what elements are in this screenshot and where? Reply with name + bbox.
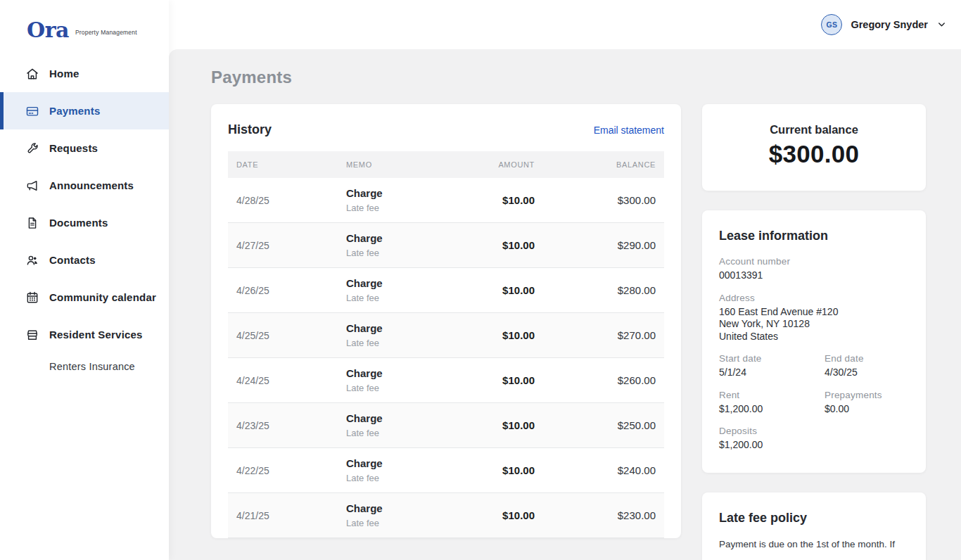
address-label: Address (719, 293, 909, 303)
row-amount: $10.00 (452, 194, 543, 206)
deposits-label: Deposits (719, 426, 909, 436)
row-balance: $290.00 (543, 239, 664, 251)
start-date-field: Start date 5/1/24 (719, 353, 825, 379)
column-header-date: DATE (228, 160, 338, 169)
row-memo: ChargeLate fee (338, 322, 452, 348)
row-amount: $10.00 (452, 509, 543, 521)
row-memo-type: Charge (346, 322, 443, 334)
row-memo-detail: Late fee (346, 473, 443, 483)
row-date: 4/26/25 (228, 285, 338, 296)
address-line-3: United States (719, 331, 909, 343)
sidebar-item-label: Community calendar (49, 291, 156, 303)
prepayments-label: Prepayments (825, 390, 909, 400)
address-line-1: 160 East End Avenue #120 (719, 306, 909, 319)
row-amount: $10.00 (452, 239, 543, 251)
row-memo-detail: Late fee (346, 203, 443, 213)
prepayments-value: $0.00 (825, 403, 909, 416)
row-date: 4/27/25 (228, 240, 338, 251)
row-memo-detail: Late fee (346, 383, 443, 393)
sidebar-item-payments[interactable]: Payments (0, 92, 169, 129)
sidebar-item-label: Contacts (49, 254, 96, 266)
row-memo-type: Charge (346, 367, 443, 379)
sidebar-item-label: Home (49, 68, 79, 79)
row-date: 4/21/25 (228, 510, 338, 521)
sidebar-item-requests[interactable]: Requests (0, 129, 169, 167)
deposits-field: Deposits $1,200.00 (719, 426, 909, 452)
end-date-label: End date (825, 353, 909, 364)
current-balance-card: Current balance $300.00 (702, 104, 926, 191)
row-amount: $10.00 (452, 329, 543, 341)
row-date: 4/28/25 (228, 195, 338, 206)
storefront-icon (25, 328, 39, 342)
logo-tagline: Property Management (75, 25, 137, 36)
late-fee-policy-card: Late fee policy Payment is due on the 1s… (702, 492, 926, 560)
user-menu[interactable]: GS Gregory Snyder (821, 14, 947, 35)
email-statement-link[interactable]: Email statement (594, 125, 664, 136)
avatar: GS (821, 14, 842, 35)
account-number-label: Account number (719, 256, 909, 267)
user-name: Gregory Snyder (851, 19, 928, 30)
late-fee-policy-title: Late fee policy (719, 511, 909, 526)
logo-wordmark: Ora (27, 20, 69, 41)
row-memo: ChargeLate fee (338, 367, 452, 393)
table-row: 4/27/25ChargeLate fee$10.00$290.00 (228, 223, 664, 268)
table-body: 4/28/25ChargeLate fee$10.00$300.004/27/2… (228, 178, 664, 538)
chevron-down-icon (936, 17, 947, 32)
page-title: Payments (211, 68, 926, 87)
lease-information-card: Lease information Account number 0001339… (702, 210, 926, 473)
sidebar-item-label: Announcements (49, 179, 134, 191)
late-fee-policy-body: Payment is due on the 1st of the month. … (719, 537, 909, 552)
sidebar-item-label: Resident Services (49, 329, 143, 341)
sidebar-item-label: Payments (49, 105, 100, 117)
row-date: 4/24/25 (228, 375, 338, 386)
row-memo-detail: Late fee (346, 518, 443, 528)
sidebar-item-resident-services[interactable]: Resident Services (0, 316, 169, 353)
sidebar-item-contacts[interactable]: Contacts (0, 241, 169, 279)
topbar: GS Gregory Snyder (169, 0, 961, 49)
row-memo-detail: Late fee (346, 428, 443, 438)
account-number-field: Account number 00013391 (719, 256, 909, 282)
sidebar-item-documents[interactable]: Documents (0, 204, 169, 241)
row-memo: ChargeLate fee (338, 412, 452, 438)
row-memo-type: Charge (346, 412, 443, 424)
wrench-icon (25, 141, 39, 155)
app-window: Ora Property Management HomePaymentsRequ… (0, 0, 961, 560)
row-date: 4/25/25 (228, 330, 338, 341)
deposits-value: $1,200.00 (719, 439, 909, 452)
current-balance-amount: $300.00 (719, 140, 909, 168)
main-pane: GS Gregory Snyder Payments History Email… (169, 0, 961, 560)
contacts-icon (25, 253, 39, 267)
sidebar-item-home[interactable]: Home (0, 55, 169, 92)
row-date: 4/23/25 (228, 420, 338, 431)
current-balance-title: Current balance (719, 123, 909, 136)
sidebar-item-community-calendar[interactable]: Community calendar (0, 279, 169, 316)
row-date: 4/22/25 (228, 465, 338, 476)
address-field: Address 160 East End Avenue #120 New Yor… (719, 293, 909, 343)
home-icon (25, 67, 39, 81)
sidebar: Ora Property Management HomePaymentsRequ… (0, 0, 169, 560)
row-memo-type: Charge (346, 277, 443, 289)
credit-card-icon (25, 104, 39, 118)
table-row: 4/24/25ChargeLate fee$10.00$260.00 (228, 358, 664, 403)
brand-logo[interactable]: Ora Property Management (0, 0, 169, 46)
address-line-2: New York, NY 10128 (719, 318, 909, 331)
column-header-memo: MEMO (338, 160, 452, 169)
row-balance: $300.00 (543, 194, 664, 206)
history-title: History (228, 122, 272, 137)
sidebar-item-label: Requests (49, 142, 98, 154)
start-date-label: Start date (719, 353, 825, 364)
sidebar-item-renters-insurance[interactable]: Renters Insurance (0, 353, 169, 380)
document-icon (25, 216, 39, 230)
row-balance: $260.00 (543, 374, 664, 386)
prepayments-field: Prepayments $0.00 (825, 390, 909, 416)
table-header: DATE MEMO AMOUNT BALANCE (228, 151, 664, 178)
row-memo-detail: Late fee (346, 293, 443, 303)
row-amount: $10.00 (452, 284, 543, 296)
row-amount: $10.00 (452, 419, 543, 431)
row-balance: $230.00 (543, 509, 664, 521)
sidebar-item-announcements[interactable]: Announcements (0, 167, 169, 204)
table-row: 4/25/25ChargeLate fee$10.00$270.00 (228, 313, 664, 358)
row-memo-type: Charge (346, 502, 443, 514)
row-balance: $270.00 (543, 329, 664, 341)
sidebar-item-label: Renters Insurance (49, 361, 135, 372)
